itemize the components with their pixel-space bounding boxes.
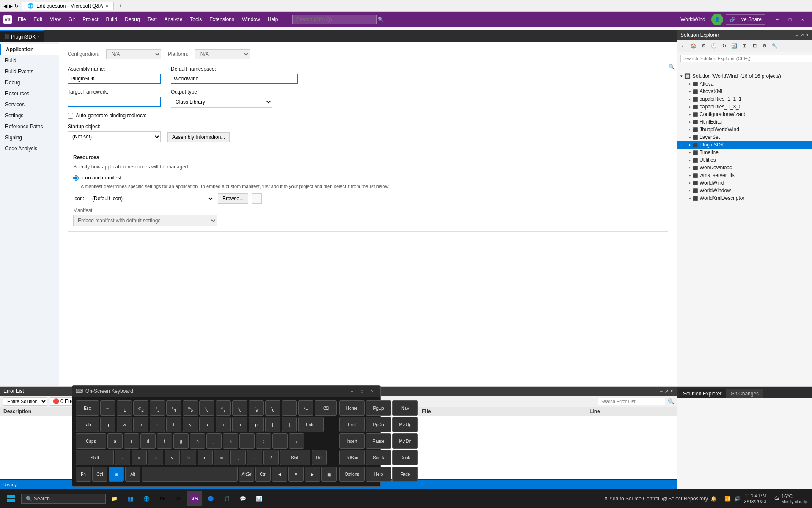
nav-debug[interactable]: Debug <box>0 77 59 88</box>
key-period[interactable]: . <box>247 450 262 465</box>
maximize-btn[interactable]: □ <box>784 14 796 25</box>
key-pgdn[interactable]: PgDn <box>366 417 391 432</box>
taskbar-vs[interactable]: VS <box>187 491 202 506</box>
key-mvup[interactable]: Mv Up <box>392 417 418 432</box>
kb-maximize-btn[interactable]: □ <box>357 387 367 395</box>
key-8[interactable]: *8 <box>232 400 247 416</box>
taskbar-time[interactable]: 11:04 PM 3/03/2023 <box>744 493 766 505</box>
el-close-icon[interactable]: × <box>670 388 673 394</box>
se-pin-icon[interactable]: − <box>795 32 798 38</box>
key-tilde[interactable]: ~` <box>100 400 115 416</box>
taskbar-mail[interactable]: ✉ <box>171 491 186 506</box>
key-h[interactable]: h <box>190 433 205 449</box>
key-equals[interactable]: += <box>298 400 313 416</box>
key-lbracket[interactable]: [ <box>265 417 280 432</box>
key-del[interactable]: Del <box>312 450 327 465</box>
se-popout-icon[interactable]: ↗ <box>800 32 804 38</box>
select-repo-label[interactable]: @ Select Repository <box>662 496 708 502</box>
se-solution-root[interactable]: ▾ 🔲 Solution 'WorldWind' (16 of 16 proje… <box>677 72 812 80</box>
minimize-btn[interactable]: − <box>771 14 783 25</box>
menu-file[interactable]: File <box>14 15 29 24</box>
key-space[interactable] <box>142 467 238 482</box>
menu-extensions[interactable]: Extensions <box>206 15 238 24</box>
user-avatar[interactable]: 👤 <box>711 14 723 25</box>
auto-generate-checkbox[interactable] <box>68 113 73 119</box>
se-refresh-btn[interactable]: 🔄 <box>730 41 739 50</box>
se-project-layerset[interactable]: ▸ ⬛ LayerSet <box>677 133 812 141</box>
network-icon[interactable]: 📶 <box>724 496 731 502</box>
key-2[interactable]: @2 <box>133 400 148 416</box>
key-semicolon[interactable]: ; <box>256 433 271 449</box>
key-p[interactable]: p <box>249 417 264 432</box>
key-caps[interactable]: Caps <box>76 433 106 449</box>
menu-git[interactable]: Git <box>65 15 78 24</box>
key-backspace[interactable]: ⌫ <box>315 400 337 416</box>
se-project-jhuapl[interactable]: ▸ ⬛ JhuaplWorldWind <box>677 126 812 133</box>
key-quote[interactable]: ' <box>272 433 288 449</box>
key-9[interactable]: (9 <box>249 400 264 416</box>
key-end[interactable]: End <box>339 417 365 432</box>
key-left[interactable]: ◀ <box>272 467 287 482</box>
manifest-select[interactable]: Embed manifest with default settings <box>73 215 217 226</box>
key-down[interactable]: ▼ <box>288 467 304 482</box>
key-3[interactable]: #3 <box>150 400 165 416</box>
key-l[interactable]: l <box>239 433 255 449</box>
vs-search-input[interactable] <box>292 15 377 24</box>
key-ctrl-l[interactable]: Ctrl <box>92 467 107 482</box>
se-close-icon[interactable]: × <box>806 32 809 38</box>
menu-window[interactable]: Window <box>239 15 263 24</box>
tab-close-btn[interactable]: × <box>37 34 40 39</box>
nav-code-analysis[interactable]: Code Analysis <box>0 143 59 154</box>
key-rbracket[interactable]: ] <box>282 417 297 432</box>
output-type-select[interactable]: Class Library Console Application Window… <box>171 97 272 108</box>
taskbar-chrome[interactable]: 🔵 <box>203 491 218 506</box>
key-m[interactable]: m <box>214 450 229 465</box>
se-project-pluginsdk[interactable]: ▸ ⬛ PluginSDK <box>677 141 812 149</box>
key-scrlk[interactable]: ScrLk <box>366 450 391 465</box>
back-icon[interactable]: ◀ <box>3 3 7 9</box>
key-o[interactable]: o <box>232 417 247 432</box>
nav-application[interactable]: Application <box>0 44 59 55</box>
taskbar-explorer[interactable]: 📁 <box>107 491 122 506</box>
se-settings-icon[interactable]: ⚙ <box>699 41 708 50</box>
key-w[interactable]: w <box>117 417 132 432</box>
se-project-htmleditor[interactable]: ▸ ⬛ HtmlEditor <box>677 118 812 126</box>
key-k[interactable]: k <box>223 433 238 449</box>
se-back-btn[interactable]: ← <box>679 41 688 50</box>
key-g[interactable]: g <box>173 433 189 449</box>
config-dropdown[interactable]: N/A <box>106 49 161 59</box>
key-nav[interactable]: Nav <box>392 400 418 416</box>
forward-icon[interactable]: ▶ <box>9 3 13 9</box>
key-u[interactable]: u <box>199 417 214 432</box>
key-i[interactable]: i <box>216 417 231 432</box>
icon-select[interactable]: (Default Icon) <box>88 193 214 204</box>
weather-widget[interactable]: 🌤 16°C Mostly cloudy <box>771 494 810 504</box>
menu-help[interactable]: Help <box>264 15 282 24</box>
key-0[interactable]: )0 <box>265 400 280 416</box>
icon-manifest-radio[interactable] <box>73 175 79 181</box>
key-win[interactable]: ⊞ <box>109 467 124 482</box>
key-shift-r[interactable]: Shift <box>280 450 310 465</box>
se-expand-btn[interactable]: ⊞ <box>740 41 749 50</box>
key-pgup[interactable]: PgUp <box>366 400 391 416</box>
key-q[interactable]: q <box>100 417 115 432</box>
key-e[interactable]: e <box>133 417 148 432</box>
notification-icon[interactable]: 🔔 <box>710 496 717 502</box>
menu-test[interactable]: Test <box>144 15 160 24</box>
se-project-timeline[interactable]: ▸ ⬛ Timeline <box>677 149 812 156</box>
taskbar-teams[interactable]: 👥 <box>123 491 138 506</box>
key-v[interactable]: v <box>165 450 180 465</box>
key-minus[interactable]: _- <box>282 400 297 416</box>
error-search-input[interactable] <box>598 398 665 405</box>
key-mvdn[interactable]: Mv Dn <box>392 433 418 449</box>
nav-settings[interactable]: Settings <box>0 110 59 121</box>
key-7[interactable]: &7 <box>216 400 231 416</box>
key-c[interactable]: c <box>148 450 163 465</box>
key-pause[interactable]: Pause <box>366 433 391 449</box>
key-s[interactable]: s <box>124 433 139 449</box>
nav-build-events[interactable]: Build Events <box>0 66 59 77</box>
taskbar-extra[interactable]: 📊 <box>251 491 266 506</box>
se-tab-git-changes[interactable]: Git Changes <box>726 389 763 398</box>
se-props-btn[interactable]: 🔧 <box>770 41 779 50</box>
tab-close-icon[interactable]: × <box>105 3 108 9</box>
